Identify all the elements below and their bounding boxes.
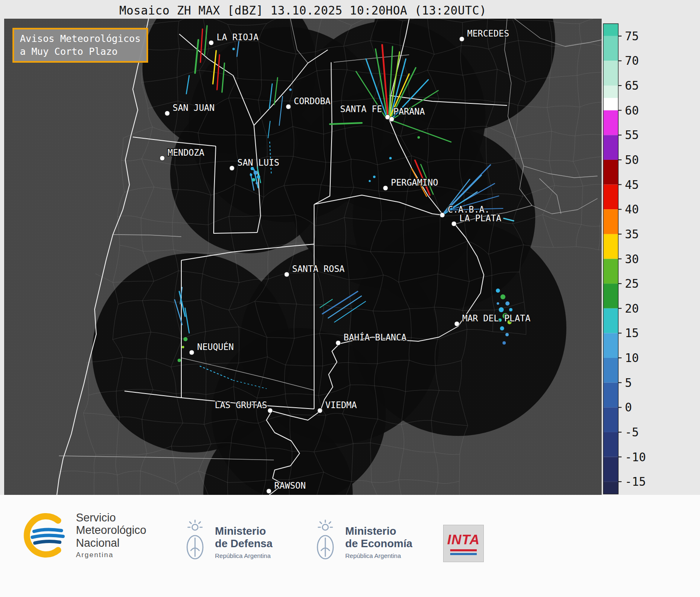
city-label: NEUQUÉN (197, 342, 234, 352)
colorbar-tick-label: 20 (625, 302, 639, 316)
radar-echo (232, 48, 235, 50)
colorbar-tick-label: 5 (625, 376, 632, 390)
city-marker (383, 186, 388, 191)
city-marker (389, 117, 394, 122)
colorbar-segment (603, 185, 618, 210)
radar-echo (182, 346, 184, 348)
economia-line-2: de Economía (345, 538, 412, 550)
smn-logo-block: Servicio Meteorológico Nacional Argentin… (22, 511, 146, 559)
colorbar-segment (603, 284, 618, 308)
colorbar-tick-label: -10 (625, 450, 646, 464)
colorbar-tick-label: 0 (625, 401, 632, 414)
defensa-line-1: Ministerio (215, 525, 273, 538)
defensa-line-2: de Defensa (215, 538, 273, 550)
city-label: LAS GRUTAS (215, 400, 267, 410)
colorbar-segment (603, 135, 618, 160)
city-label: MENDOZA (168, 148, 205, 158)
colorbar-tick-label: -15 (625, 475, 646, 489)
colorbar-segment (603, 358, 618, 383)
alert-line-1: Avisos Meteorológicos (20, 32, 141, 45)
colorbar-segment (603, 209, 618, 234)
colorbar-tick-label: 15 (625, 326, 639, 340)
colorbar-segment (603, 259, 618, 284)
city-marker (336, 340, 341, 345)
radar-echo (373, 176, 376, 178)
colorbar-segment (603, 407, 618, 432)
colorbar-segment (603, 234, 618, 259)
radar-echo (389, 157, 392, 159)
smn-logo-icon (22, 511, 69, 559)
alert-box[interactable]: Avisos Meteorológicos a Muy Corto Plazo (12, 28, 148, 63)
city-marker (317, 408, 322, 413)
city-marker (454, 321, 459, 326)
city-label: SANTA FE (340, 104, 382, 114)
colorbar-tick-label: 55 (625, 128, 639, 142)
city-marker (209, 40, 214, 45)
economia-line-3: República Argentina (345, 552, 412, 559)
defensa-line-3: República Argentina (215, 552, 273, 559)
city-marker (284, 272, 289, 277)
smn-name-line-3: Nacional (76, 537, 146, 549)
economia-line-1: Ministerio (345, 525, 412, 538)
city-label: LA RIOJA (217, 32, 259, 42)
city-label: BAHÍA BLANCA (344, 332, 407, 343)
colorbar-tick-label: 35 (625, 228, 639, 241)
radar-echo (178, 359, 181, 362)
colorbar-segment (603, 86, 618, 98)
colorbar-segment (603, 110, 618, 135)
colorbar-segment (603, 482, 618, 494)
radar-map: LA RIOJAMERCEDESSAN JUANCORDOBASANTA FEP… (4, 19, 602, 495)
radar-echo (500, 326, 504, 330)
city-label: VIEDMA (325, 400, 357, 410)
colorbar-tick-label: 45 (625, 178, 639, 192)
colorbar-tick-label: 60 (625, 104, 639, 117)
inta-label: INTA (447, 532, 480, 548)
radar-echo (509, 308, 512, 311)
city-marker (160, 156, 165, 161)
economia-logo-block: Ministerio de Economía República Argenti… (312, 519, 412, 565)
colorbar-tick-label: 10 (625, 351, 639, 365)
colorbar-tick-label: 65 (625, 79, 639, 93)
radar-echo (496, 289, 500, 293)
colorbar: 757065605550454035302520151050-5-10-15 (602, 21, 665, 496)
smn-country-label: Argentina (76, 551, 146, 559)
radar-echo (499, 307, 504, 312)
radar-echo (417, 136, 420, 139)
colorbar-tick-label: 50 (625, 153, 639, 167)
city-label: PARANA (393, 107, 425, 117)
radar-echo (497, 302, 499, 305)
radar-echo (252, 178, 255, 181)
defensa-logo-block: Ministerio de Defensa República Argentin… (182, 519, 273, 565)
coat-of-arms-icon (182, 519, 208, 565)
colorbar-segment (603, 457, 618, 482)
radar-echo (254, 171, 258, 175)
city-label: RAWSON (274, 481, 306, 491)
colorbar-segment (603, 432, 618, 457)
map-area: LA RIOJAMERCEDESSAN JUANCORDOBASANTA FEP… (4, 19, 602, 495)
radar-echo (502, 341, 506, 345)
city-marker (189, 350, 194, 355)
colorbar-segment (603, 383, 618, 408)
radar-echo (500, 294, 505, 299)
colorbar-tick-label: 75 (625, 29, 639, 43)
radar-echo (369, 180, 371, 182)
city-marker (165, 111, 170, 116)
inta-red-bar (450, 549, 477, 551)
radar-echo (505, 333, 509, 336)
smn-name-line-1: Servicio (76, 511, 146, 524)
city-label: SANTA ROSA (292, 264, 345, 274)
radar-echo (257, 175, 260, 179)
city-marker (268, 408, 273, 413)
page-title: Mosaico ZH MAX [dBZ] 13.10.2025 10:20HOA… (4, 4, 602, 17)
city-label: PERGAMINO (391, 178, 438, 188)
colorbar-tick-label: 25 (625, 277, 639, 291)
radar-echo (256, 182, 258, 184)
colorbar-segment (603, 24, 618, 36)
city-label: CORDOBA (294, 96, 331, 106)
city-marker (229, 166, 234, 171)
radar-echo (289, 88, 292, 91)
colorbar-tick-label: -5 (625, 426, 639, 439)
city-marker (459, 37, 464, 42)
city-label: MERCEDES (467, 29, 509, 39)
radar-echo (250, 174, 252, 176)
